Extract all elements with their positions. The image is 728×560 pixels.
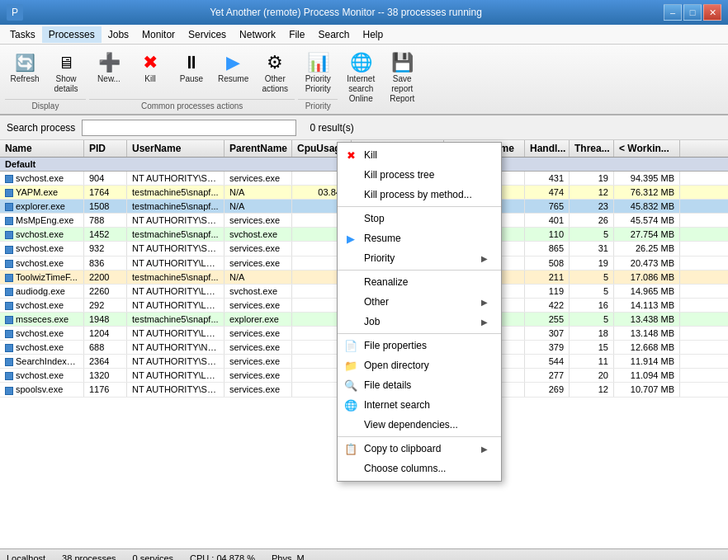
cell-pid: 2260	[84, 285, 127, 298]
priority-icon: 📊	[306, 51, 329, 74]
status-phys: Phys. M...	[272, 553, 312, 561]
cell-threads: 12	[570, 186, 614, 199]
menu-services[interactable]: Services	[182, 26, 233, 43]
cell-threads: 5	[570, 228, 614, 241]
menu-jobs[interactable]: Jobs	[102, 26, 135, 43]
internet-search-button[interactable]: 🌐 InternetsearchOnline	[341, 48, 381, 107]
cell-working: 10.707 MB	[614, 383, 680, 396]
cell-username: NT AUTHORITY\LOC...	[127, 299, 225, 312]
menu-processes[interactable]: Processes	[42, 26, 102, 43]
cell-username: NT AUTHORITY\SYST...	[127, 214, 225, 227]
context-menu-item-file-details[interactable]: 🔍File details	[338, 375, 501, 395]
ctx-label-open-directory: Open directory	[364, 360, 429, 371]
col-parentname[interactable]: ParentName	[225, 140, 292, 157]
other-actions-button[interactable]: ⚙ Otheractions	[255, 48, 295, 97]
menu-tasks[interactable]: Tasks	[3, 26, 42, 43]
search-result: 0 result(s)	[310, 122, 353, 134]
kill-button[interactable]: ✖ Kill	[130, 48, 170, 87]
priority-buttons: 📊 PriorityPriority	[298, 48, 338, 97]
context-menu-item-view-dependencies[interactable]: View dependencies...	[338, 415, 501, 435]
cell-name: spoolsv.exe	[0, 383, 84, 396]
maximize-button[interactable]: □	[683, 4, 702, 21]
kill-label: Kill	[144, 74, 155, 84]
refresh-button[interactable]: 🔄 Refresh	[5, 48, 45, 87]
main-content: Name PID UserName ParentName CpuUsage Av…	[0, 140, 728, 548]
context-menu-item-kill-by-method[interactable]: Kill process by method...	[338, 185, 501, 205]
context-menu-item-stop[interactable]: Stop	[338, 209, 501, 228]
menu-file[interactable]: File	[282, 26, 311, 43]
col-working[interactable]: < Workin...	[614, 140, 680, 157]
cell-name: ToolwizTimeF...	[0, 271, 84, 284]
pause-button[interactable]: ⏸ Pause	[172, 48, 211, 87]
search-bar: Search process 0 result(s)	[0, 115, 728, 140]
cell-username: testmachine5\snapf...	[127, 186, 225, 199]
save-report-button[interactable]: 💾 SavereportReport	[382, 48, 422, 107]
menu-network[interactable]: Network	[233, 26, 282, 43]
cell-name: svchost.exe	[0, 242, 84, 255]
col-pid[interactable]: PID	[84, 140, 127, 157]
cell-name: SearchIndexe...	[0, 355, 84, 368]
cell-parentname: services.exe	[225, 242, 292, 255]
cell-parentname: N/A	[225, 271, 292, 284]
context-menu-item-internet-search[interactable]: 🌐Internet search	[338, 395, 501, 415]
col-handles[interactable]: Handl...	[525, 140, 570, 157]
menu-monitor[interactable]: Monitor	[135, 26, 182, 43]
common-section-label: Common processes actions	[89, 99, 295, 111]
context-menu-item-open-directory[interactable]: 📁Open directory	[338, 355, 501, 375]
cell-name: MsMpEng.exe	[0, 214, 84, 227]
status-services: 0 services	[133, 553, 174, 561]
toolbar-internet-section: 🌐 InternetsearchOnline 💾 SavereportRepor…	[341, 48, 422, 111]
cell-parentname: services.exe	[225, 369, 292, 382]
cell-parentname: N/A	[225, 200, 292, 213]
cell-parentname: services.exe	[225, 214, 292, 227]
context-menu-item-copy-clipboard[interactable]: 📋Copy to clipboard▶	[338, 439, 501, 459]
context-menu-item-reanalize[interactable]: Reanalize	[338, 272, 501, 292]
col-name[interactable]: Name	[0, 140, 84, 157]
ctx-label-stop: Stop	[364, 213, 385, 224]
priority-button[interactable]: 📊 PriorityPriority	[298, 48, 338, 97]
cell-threads: 16	[570, 299, 614, 312]
context-menu-item-kill-process-tree[interactable]: Kill process tree	[338, 165, 501, 185]
cell-working: 45.832 MB	[614, 200, 680, 213]
cell-working: 27.754 MB	[614, 228, 680, 241]
save-report-icon: 💾	[390, 51, 414, 74]
cell-threads: 19	[570, 172, 614, 185]
show-details-button[interactable]: 🖥 Showdetails	[46, 48, 86, 97]
status-bar: Localhost 38 processes 0 services CPU : …	[0, 548, 728, 560]
cell-handles: 307	[525, 327, 570, 340]
close-button[interactable]: ✕	[703, 4, 721, 21]
cell-threads: 12	[570, 383, 614, 396]
context-menu-item-file-properties[interactable]: 📄File properties	[338, 336, 501, 355]
col-threads[interactable]: Threa...	[570, 140, 614, 157]
cell-username: NT AUTHORITY\LOC...	[127, 256, 225, 270]
cell-pid: 1176	[84, 383, 127, 396]
cell-threads: 31	[570, 242, 614, 255]
minimize-button[interactable]: –	[664, 4, 682, 21]
cell-username: NT AUTHORITY\SYST...	[127, 383, 225, 396]
menu-search[interactable]: Search	[311, 26, 356, 43]
search-label: Search process	[7, 122, 75, 134]
cell-working: 94.395 MB	[614, 172, 680, 185]
cell-parentname: explorer.exe	[225, 313, 292, 326]
context-menu-item-choose-columns[interactable]: Choose columns...	[338, 459, 501, 478]
context-menu-item-kill[interactable]: ✖Kill	[338, 145, 501, 165]
cell-working: 11.094 MB	[614, 369, 680, 382]
ctx-icon-view-dependencies	[344, 418, 357, 431]
cell-working: 13.148 MB	[614, 327, 680, 340]
resume-label: Resume	[218, 74, 248, 84]
resume-button[interactable]: ▶ Resume	[213, 48, 253, 87]
cell-threads: 5	[570, 271, 614, 284]
cell-working: 76.312 MB	[614, 186, 680, 199]
context-menu-item-resume[interactable]: ▶Resume	[338, 228, 501, 248]
submenu-arrow: ▶	[481, 254, 488, 263]
context-menu-item-other[interactable]: Other▶	[338, 292, 501, 312]
search-input[interactable]	[82, 120, 296, 136]
new-button[interactable]: ➕ New...	[89, 48, 129, 87]
ctx-icon-open-directory: 📁	[344, 359, 357, 372]
submenu-arrow: ▶	[481, 445, 488, 454]
kill-icon: ✖	[139, 51, 162, 74]
menu-help[interactable]: Help	[357, 26, 390, 43]
context-menu-item-priority[interactable]: Priority▶	[338, 248, 501, 268]
col-username[interactable]: UserName	[127, 140, 225, 157]
context-menu-item-job[interactable]: Job▶	[338, 312, 501, 332]
